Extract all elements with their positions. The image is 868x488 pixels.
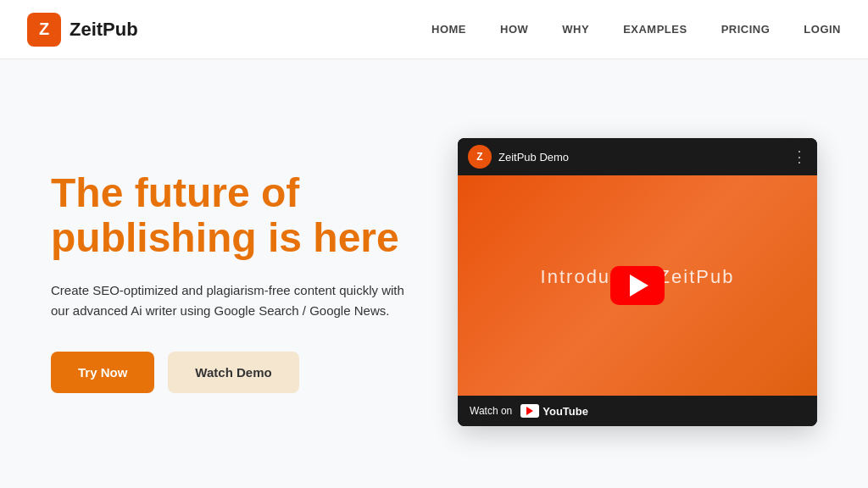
youtube-logo[interactable]: YouTube — [520, 404, 588, 418]
main-nav: HOME HOW WHY EXAMPLES PRICING LOGIN — [431, 23, 841, 36]
video-topbar-left: Z ZeitPub Demo — [468, 145, 569, 169]
video-channel-icon: Z — [468, 145, 492, 169]
logo-area: Z ZeitPub — [27, 13, 138, 47]
logo-name: ZeitPub — [70, 19, 138, 41]
hero-content: The future of publishing is here Create … — [51, 171, 407, 394]
hero-video-area: Z ZeitPub Demo ⋮ Introducing ZeitPub Wat… — [458, 138, 817, 426]
youtube-icon — [520, 404, 539, 418]
nav-item-how[interactable]: HOW — [500, 23, 528, 36]
watch-demo-button[interactable]: Watch Demo — [168, 352, 298, 393]
hero-title: The future of publishing is here — [51, 171, 407, 261]
play-triangle-icon — [630, 274, 648, 297]
video-container: Z ZeitPub Demo ⋮ Introducing ZeitPub Wat… — [458, 138, 817, 426]
hero-buttons: Try Now Watch Demo — [51, 352, 407, 393]
nav-item-examples[interactable]: EXAMPLES — [623, 23, 687, 36]
video-thumbnail[interactable]: Introducing ZeitPub — [458, 175, 817, 396]
hero-section: The future of publishing is here Create … — [0, 59, 868, 488]
video-topbar: Z ZeitPub Demo ⋮ — [458, 138, 817, 175]
nav-item-home[interactable]: HOME — [431, 23, 466, 36]
nav-item-why[interactable]: WHY — [562, 23, 589, 36]
nav-item-login[interactable]: LOGIN — [804, 23, 841, 36]
video-bottombar: Watch on YouTube — [458, 396, 817, 426]
youtube-play-icon — [526, 407, 533, 415]
nav-item-pricing[interactable]: PRICING — [721, 23, 771, 36]
header: Z ZeitPub HOME HOW WHY EXAMPLES PRICING … — [0, 0, 868, 59]
logo-icon: Z — [27, 13, 61, 47]
video-title: ZeitPub Demo — [498, 151, 569, 164]
try-now-button[interactable]: Try Now — [51, 352, 154, 393]
youtube-label: YouTube — [542, 405, 588, 418]
watch-on-text: Watch on — [470, 405, 512, 417]
play-button[interactable] — [610, 266, 665, 305]
video-menu-icon[interactable]: ⋮ — [792, 147, 807, 166]
hero-description: Create SEO-optimized and plagiarism-free… — [51, 280, 407, 321]
